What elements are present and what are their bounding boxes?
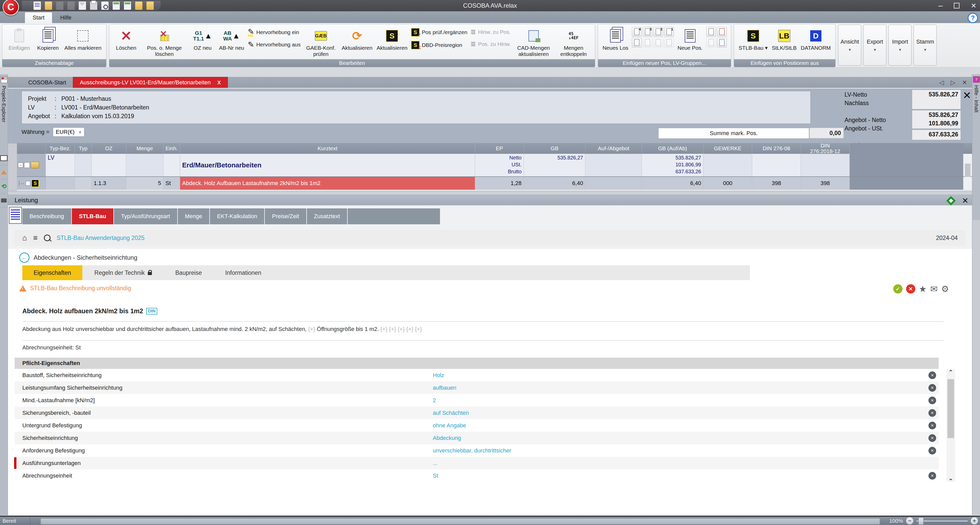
sidebar-sync-button[interactable]: ⟲ bbox=[0, 179, 8, 194]
tab-beschreibung[interactable]: Beschreibung bbox=[22, 208, 72, 224]
sidebar-print-button[interactable] bbox=[0, 194, 8, 208]
favorite-star-icon[interactable]: ★ bbox=[919, 284, 927, 293]
tab-scroll-right-icon[interactable]: ▷ bbox=[950, 79, 955, 86]
tab-stlb-bau[interactable]: STLB-Bau bbox=[72, 208, 114, 224]
subtab-informationen[interactable]: Informationen bbox=[214, 265, 273, 280]
neue-pos-button[interactable]: Neue Pos. bbox=[676, 27, 705, 52]
settings-gear-icon[interactable]: ⚙ bbox=[941, 284, 949, 293]
zoom-slider[interactable] bbox=[916, 521, 968, 522]
sidebar-catalog-button[interactable] bbox=[0, 151, 8, 165]
subtab-eigenschaften[interactable]: Eigenschaften bbox=[22, 265, 82, 280]
text-block-icon[interactable] bbox=[717, 38, 727, 48]
panel-close-icon[interactable]: ✕ bbox=[963, 89, 971, 101]
leistung-close-icon[interactable]: ✕ bbox=[962, 196, 969, 205]
close-button[interactable]: ✕ bbox=[971, 2, 977, 10]
insert-level-3-icon[interactable]: 3 bbox=[643, 27, 652, 36]
help-icon[interactable]: ? bbox=[968, 13, 978, 23]
stlb-anwendertagung-link[interactable]: STLB-Bau Anwendertagung 2025 bbox=[57, 235, 145, 241]
ribbon-tab-start[interactable]: Start bbox=[25, 12, 52, 23]
tab-cosoba-start[interactable]: COSOBA-Start bbox=[22, 77, 73, 88]
subtab-baupreise[interactable]: Baupreise bbox=[164, 265, 213, 280]
back-icon[interactable]: ← bbox=[19, 252, 30, 263]
tab-list-close-icon[interactable]: ✕ bbox=[962, 79, 967, 86]
tab-zusatztext[interactable]: Zusatztext bbox=[307, 208, 348, 224]
properties-scrollbar[interactable]: ⌃ ⌄ bbox=[947, 369, 955, 482]
insert-level-2-icon[interactable]: 2 bbox=[654, 27, 663, 36]
abnr-neu-button[interactable]: ABWA ▲ AB-Nr neu bbox=[217, 27, 246, 52]
stlb-refresh-button[interactable]: S Aktualisieren bbox=[375, 27, 409, 52]
row-checkbox[interactable] bbox=[25, 181, 30, 186]
tab-ausschreibungs-lv[interactable]: Ausschreibungs-LV LV001-Erd/Mauer/Betona… bbox=[73, 77, 228, 88]
scroll-down-icon[interactable]: ⌄ bbox=[947, 475, 955, 482]
import-menu-button[interactable]: Import▼ bbox=[888, 25, 912, 66]
remove-property-icon[interactable]: ✕ bbox=[928, 472, 936, 480]
scroll-up-icon[interactable]: ⌃ bbox=[947, 369, 955, 376]
oz-neu-button[interactable]: G1T1.1 ▲ OZ neu bbox=[188, 27, 217, 52]
sidebar-update-button[interactable] bbox=[0, 165, 8, 179]
stlk-stlb-insert-button[interactable]: LB StLK/StLB bbox=[770, 27, 799, 52]
tab-menge[interactable]: Menge bbox=[178, 208, 210, 224]
sidebar-tab-hilfe-inhalt[interactable]: Hilfe - Inhalt bbox=[973, 85, 979, 113]
pos-kurztext-cell[interactable]: Abdeck. Holz Aufbauen Lastaufnahme 2kN/m… bbox=[180, 177, 475, 190]
table-vertical-scrollbar[interactable] bbox=[963, 154, 972, 176]
remove-property-icon[interactable]: ✕ bbox=[928, 397, 936, 404]
insert-level-1-icon[interactable]: 1 bbox=[664, 27, 674, 36]
menu-icon[interactable]: ≡ bbox=[33, 233, 38, 242]
cad-quantities-button[interactable]: CAD-Mengen aktualisieren bbox=[512, 27, 555, 58]
help-book-icon[interactable]: ? bbox=[973, 76, 980, 82]
project-explorer-icon[interactable] bbox=[1, 76, 8, 83]
dbd-price-button[interactable]: S€ DBD-Preisregion bbox=[411, 41, 467, 49]
pos-check-button[interactable]: S✓ Pos prüf./ergänzen bbox=[411, 28, 467, 36]
dock-diamond-icon[interactable] bbox=[946, 196, 956, 205]
maximize-button[interactable] bbox=[954, 3, 959, 8]
remove-property-icon[interactable]: ✕ bbox=[928, 447, 936, 455]
add-property-markers[interactable]: {+} {+} {+} {+} {+} bbox=[380, 326, 422, 332]
refresh-button[interactable]: ⟳ Aktualisieren bbox=[340, 27, 375, 52]
gaeb-check-button[interactable]: GÆB GAEB-Konf. prüfen bbox=[302, 27, 340, 58]
delete-position-button[interactable]: ✕ Pos. o. Menge löschen bbox=[141, 27, 188, 58]
insert-level-4-icon[interactable]: 4 bbox=[632, 27, 642, 36]
currency-select[interactable]: EUR(€)∨ bbox=[53, 127, 84, 136]
insert-sub-icon[interactable] bbox=[632, 38, 642, 48]
home-icon[interactable]: ⌂ bbox=[22, 233, 27, 242]
summe-mark-pos-field[interactable]: Summe mark. Pos. bbox=[658, 128, 809, 139]
table-row-lv-group[interactable]: − LV Erd/Mauer/Betonarbeiten Netto USt. … bbox=[17, 154, 972, 177]
delete-button[interactable]: ✕ Löschen bbox=[112, 27, 141, 52]
din-badge[interactable]: DIN bbox=[146, 308, 157, 314]
row-checkbox[interactable] bbox=[24, 162, 30, 168]
zoom-out-button[interactable]: − bbox=[906, 517, 913, 525]
remove-property-icon[interactable]: ✕ bbox=[928, 384, 936, 392]
highlight-off-button[interactable]: ✎ Hervorhebung aus bbox=[248, 41, 301, 48]
remove-property-icon[interactable]: ✕ bbox=[928, 371, 936, 379]
remove-property-icon[interactable]: ✕ bbox=[928, 409, 936, 417]
horizontal-scrollbar[interactable] bbox=[41, 518, 880, 525]
highlight-on-button[interactable]: ✎ Hervorhebung ein bbox=[248, 28, 301, 36]
table-row-position[interactable]: ┆-- S 1.1.3 5 St Abdeck. Holz Aufbauen L… bbox=[17, 177, 972, 190]
tab-preise-zeit[interactable]: Preise/Zeit bbox=[265, 208, 307, 224]
select-all-button[interactable]: Alles markieren bbox=[62, 27, 103, 52]
search-icon[interactable] bbox=[44, 235, 51, 241]
mail-feedback-icon[interactable]: ✉ bbox=[930, 284, 938, 293]
tab-typ-ausfuehrungsart[interactable]: Typ/Ausführungsart bbox=[114, 208, 178, 224]
col-tree[interactable] bbox=[17, 143, 46, 154]
export-menu-button[interactable]: Export▼ bbox=[863, 25, 886, 66]
stamm-menu-button[interactable]: Stamm▼ bbox=[913, 25, 937, 66]
text-pos-icon[interactable] bbox=[706, 27, 716, 36]
note-pos-icon[interactable] bbox=[717, 27, 727, 36]
subtab-regeln-der-technik[interactable]: Regeln der Technik bbox=[83, 265, 163, 280]
tab-close-icon[interactable]: X bbox=[217, 80, 221, 86]
datanorm-insert-button[interactable]: D DATANORM bbox=[799, 27, 833, 52]
tab-ekt-kalkulation[interactable]: EKT-Kalkulation bbox=[210, 208, 265, 224]
ribbon-tab-hilfe[interactable]: Hilfe bbox=[52, 12, 79, 23]
stlb-bau-insert-button[interactable]: S STLB-Bau ▾ bbox=[737, 27, 770, 52]
tab-scroll-left-icon[interactable]: ◁ bbox=[939, 79, 944, 86]
incomplete-x-icon[interactable]: ✕ bbox=[906, 284, 915, 293]
ansicht-menu-button[interactable]: Ansicht▼ bbox=[838, 25, 861, 66]
copy-button[interactable]: Kopieren bbox=[33, 27, 62, 52]
tree-collapse-icon[interactable]: − bbox=[18, 163, 23, 168]
sidebar-tab-projekt-explorer[interactable]: Projekt-Explorer bbox=[1, 86, 7, 122]
decouple-quantities-button[interactable]: 45↓4EF Mengen entkoppeln bbox=[555, 27, 592, 58]
zoom-slider-thumb[interactable] bbox=[918, 517, 924, 525]
zoom-in-button[interactable]: + bbox=[971, 517, 978, 525]
complete-check-icon[interactable]: ✓ bbox=[893, 284, 902, 293]
